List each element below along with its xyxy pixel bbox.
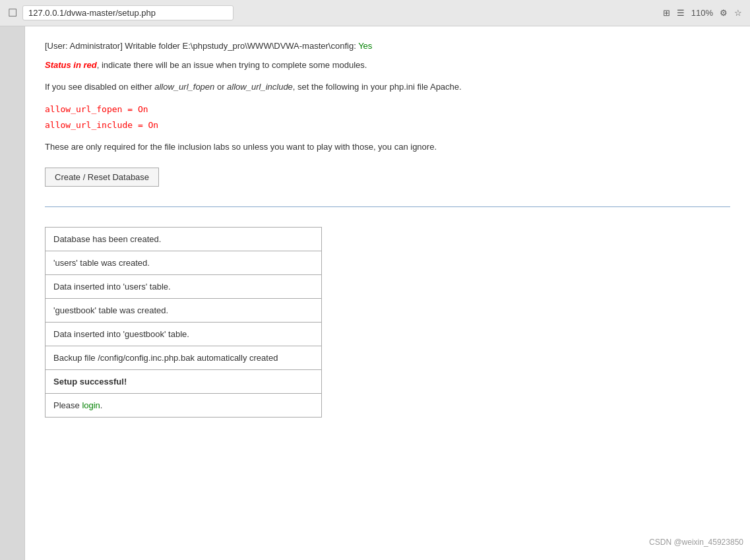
- allow-url-include-label: allow_url_include: [227, 82, 293, 92]
- result-login-prefix: Please: [53, 400, 82, 410]
- code-line-1: allow_url_fopen = On: [45, 102, 730, 117]
- result-database-created: Database has been created.: [45, 227, 322, 251]
- result-users-data-inserted: Data inserted into 'users' table.: [45, 274, 322, 299]
- ignore-text: These are only required for the file inc…: [45, 140, 730, 154]
- result-users-table-created: 'users' table was created.: [45, 251, 322, 275]
- result-guestbook-data-inserted: Data inserted into 'guestbook' table.: [45, 322, 322, 346]
- horizontal-divider: [45, 206, 730, 207]
- left-sidebar: [0, 26, 25, 560]
- page-layout: [User: Administrator] Writable folder E:…: [0, 26, 750, 560]
- info-line-2-rest: , indicate there will be an issue when t…: [97, 60, 367, 70]
- result-guestbook-table-text: 'guestbook' table was created.: [53, 305, 168, 315]
- yes-text: Yes: [358, 41, 372, 51]
- doc-icon[interactable]: ☰: [677, 8, 685, 18]
- result-users-table-text: 'users' table was created.: [53, 258, 150, 268]
- info-line-2: Status in red, indicate there will be an…: [45, 59, 730, 73]
- zoom-level: 110%: [691, 8, 713, 18]
- status-red-label: Status in red: [45, 60, 97, 70]
- result-setup-text: Setup successful!: [53, 377, 127, 387]
- result-backup-text: Backup file /config/config.inc.php.bak a…: [53, 353, 278, 363]
- info-line-1-prefix: [User: Administrator] Writable folder E:…: [45, 41, 358, 51]
- result-backup-created: Backup file /config/config.inc.php.bak a…: [45, 346, 322, 370]
- login-link[interactable]: login: [82, 400, 100, 410]
- extensions-icon[interactable]: ⚙: [720, 8, 728, 18]
- info-line-3: If you see disabled on either allow_url_…: [45, 80, 730, 94]
- browser-chrome: ☐ 127.0.0.1/dvwa-master/setup.php ⊞ ☰ 11…: [0, 0, 750, 26]
- result-login-period: .: [100, 400, 103, 410]
- address-bar: ☐ 127.0.0.1/dvwa-master/setup.php: [8, 5, 656, 20]
- result-guestbook-data-text: Data inserted into 'guestbook' table.: [53, 329, 189, 339]
- result-users-data-text: Data inserted into 'users' table.: [53, 282, 171, 292]
- browser-controls: ⊞ ☰ 110% ⚙ ☆: [663, 8, 742, 18]
- code-block: allow_url_fopen = On allow_url_include =…: [45, 102, 730, 133]
- code-line-2: allow_url_include = On: [45, 117, 730, 133]
- create-reset-button[interactable]: Create / Reset Database: [45, 168, 159, 187]
- main-content: [User: Administrator] Writable folder E:…: [25, 26, 750, 560]
- page-icon: ☐: [8, 7, 17, 19]
- result-guestbook-table-created: 'guestbook' table was created.: [45, 298, 322, 323]
- qr-icon[interactable]: ⊞: [663, 8, 670, 18]
- csdn-watermark: CSDN @weixin_45923850: [649, 538, 743, 547]
- allow-url-fopen-label: allow_url_fopen: [154, 82, 214, 92]
- info-line-1: [User: Administrator] Writable folder E:…: [45, 40, 730, 53]
- result-database-created-text: Database has been created.: [53, 234, 161, 244]
- result-setup-successful: Setup successful!: [45, 369, 322, 394]
- bookmark-icon[interactable]: ☆: [734, 8, 742, 18]
- result-login: Please login.: [45, 393, 322, 418]
- url-display[interactable]: 127.0.0.1/dvwa-master/setup.php: [22, 5, 234, 20]
- result-boxes: Database has been created. 'users' table…: [45, 227, 322, 417]
